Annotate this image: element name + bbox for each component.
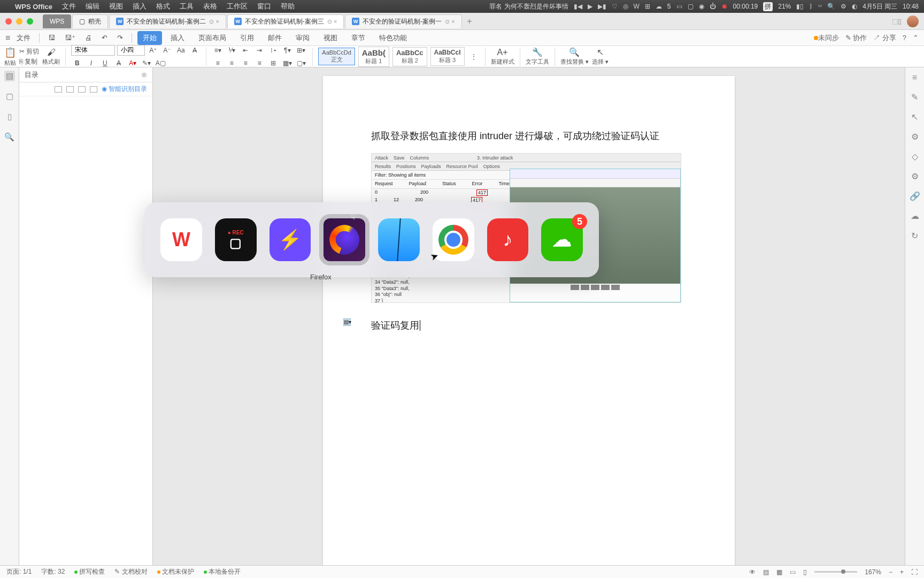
menu-help[interactable]: 帮助: [281, 2, 295, 11]
grow-font-icon[interactable]: A⁺: [147, 44, 159, 56]
help-icon[interactable]: ?: [903, 34, 906, 42]
redo-icon[interactable]: ↷: [114, 33, 126, 43]
zoom-value[interactable]: 167%: [865, 568, 881, 576]
bluetooth-icon[interactable]: ᛒ: [809, 3, 813, 10]
eye-icon[interactable]: 👁: [749, 568, 756, 576]
tab-close-icon[interactable]: ⊙ ×: [327, 18, 337, 25]
sidebar-bookmark-icon[interactable]: ▯: [4, 111, 15, 122]
menu-insert[interactable]: 插入: [133, 2, 147, 11]
indent-left-icon[interactable]: ⇤: [240, 44, 251, 56]
right-gear-icon[interactable]: ⚙: [911, 171, 919, 181]
styles-more-icon[interactable]: ⋮: [468, 51, 480, 63]
hamburger-icon[interactable]: ≡: [5, 33, 10, 43]
control-center-icon[interactable]: ⚙: [841, 3, 846, 10]
menu-format[interactable]: 格式: [156, 2, 170, 11]
status-icon[interactable]: ◎: [623, 3, 628, 10]
word-count[interactable]: 字数: 32: [41, 567, 65, 576]
right-history-icon[interactable]: ↻: [911, 231, 918, 241]
save-icon[interactable]: 🖫: [45, 33, 58, 43]
tab-doc-1[interactable]: W不安全的验证码机制-案例二⊙ ×: [109, 14, 226, 28]
switcher-app-netease-music[interactable]: ♪: [487, 218, 529, 261]
menu-view[interactable]: 视图: [109, 2, 123, 11]
menu-tools[interactable]: 工具: [180, 2, 194, 11]
tab-close-icon[interactable]: ⊙ ×: [209, 18, 219, 25]
font-name-select[interactable]: [71, 45, 115, 56]
tray-icon[interactable]: ⊞: [645, 3, 650, 10]
save-as-icon[interactable]: 🖫⁺: [61, 33, 79, 43]
copy-button[interactable]: ⎘ 复制: [19, 57, 37, 66]
heart-icon[interactable]: ♡: [612, 3, 618, 10]
switcher-app-burp[interactable]: ⚡: [270, 218, 311, 261]
shrink-font-icon[interactable]: A⁻: [161, 44, 173, 56]
clear-format-icon[interactable]: A̶: [189, 44, 201, 56]
ribbon-tab-references[interactable]: 引用: [235, 31, 259, 45]
view-mode-1-icon[interactable]: ▤: [763, 568, 769, 576]
right-edit-icon[interactable]: ✎: [911, 92, 918, 102]
print-icon[interactable]: 🖨: [82, 33, 95, 43]
doc-proof[interactable]: ✎ 文档校对: [114, 567, 147, 576]
zoom-out-icon[interactable]: −: [889, 568, 892, 576]
right-link-icon[interactable]: 🔗: [910, 191, 920, 201]
ribbon-tab-review[interactable]: 审阅: [290, 31, 315, 45]
tray-icon-3[interactable]: ◉: [699, 3, 704, 10]
doc-protect[interactable]: 文档未保护: [157, 567, 194, 576]
tab-doc-3[interactable]: W不安全的验证码机制-案例一⊙ ×: [345, 14, 461, 28]
right-cloud-icon[interactable]: ☁: [911, 211, 919, 221]
battery-icon[interactable]: ▮▯: [796, 3, 804, 10]
input-method-icon[interactable]: 拼: [763, 2, 773, 11]
para-icon[interactable]: ¶▾: [281, 44, 293, 56]
file-menu[interactable]: 文件: [13, 32, 34, 44]
outline-close-icon[interactable]: ⊗: [141, 71, 147, 79]
ribbon-tab-home[interactable]: 开始: [137, 31, 162, 45]
wifi-icon[interactable]: ⌔: [818, 3, 822, 10]
close-window-button[interactable]: [5, 18, 12, 25]
outline-level-icon[interactable]: [66, 86, 74, 93]
record-icon[interactable]: ⏺: [721, 3, 728, 10]
spell-check[interactable]: 拼写检查: [74, 567, 105, 576]
ribbon-tab-mail[interactable]: 邮件: [263, 31, 287, 45]
sidebar-search-icon[interactable]: 🔍: [4, 132, 15, 142]
line-spacing-icon[interactable]: ⫶▾: [267, 44, 279, 56]
media-play-icon[interactable]: ▶: [588, 3, 592, 10]
new-style-button[interactable]: A+新建样式: [491, 48, 514, 66]
paste-group[interactable]: 📋 粘贴: [4, 47, 16, 67]
menu-file[interactable]: 文件: [62, 2, 76, 11]
ribbon-tab-chapter[interactable]: 章节: [346, 31, 371, 45]
format-brush[interactable]: 🖌 格式刷: [42, 48, 60, 66]
display-icon[interactable]: ▭: [676, 3, 682, 10]
user-avatar[interactable]: [907, 16, 919, 27]
style-body[interactable]: AaBbCcDd正文: [318, 48, 355, 65]
style-h3[interactable]: AaBbCcI标题 3: [430, 47, 465, 66]
style-h1[interactable]: AaBb(标题 1: [358, 47, 389, 67]
view-mode-4-icon[interactable]: ▯: [803, 568, 807, 576]
auto-outline-link[interactable]: ◉ 智能识别目录: [102, 85, 147, 94]
tab-close-icon[interactable]: ⊙ ×: [445, 18, 455, 25]
bullets-icon[interactable]: ≡▾: [212, 44, 224, 56]
switcher-app-chrome[interactable]: [433, 218, 474, 261]
menu-edit[interactable]: 编辑: [86, 2, 99, 11]
view-mode-2-icon[interactable]: ▦: [776, 568, 782, 576]
switcher-app-finder[interactable]: [378, 218, 420, 261]
zoom-window-button[interactable]: [27, 18, 33, 25]
right-settings-icon[interactable]: ⚙: [911, 132, 919, 142]
zoom-in-icon[interactable]: +: [900, 568, 904, 576]
text-tools-button[interactable]: 🔧文字工具: [526, 47, 549, 66]
find-replace-button[interactable]: 🔍查找替换 ▾: [560, 47, 589, 66]
collapse-ribbon-icon[interactable]: ⌃: [913, 34, 919, 42]
switcher-app-wps[interactable]: W: [160, 218, 202, 261]
outline-level-icon[interactable]: [90, 86, 97, 93]
outline-level-icon[interactable]: [55, 86, 62, 93]
reader-mode-icon[interactable]: ⬚▯: [892, 18, 902, 25]
indent-right-icon[interactable]: ⇥: [253, 44, 265, 56]
switcher-app-screen-recorder[interactable]: ● REC▢: [215, 218, 257, 261]
sidebar-clipboard-icon[interactable]: ▢: [4, 91, 15, 102]
style-h2[interactable]: AaBbCc标题 2: [392, 47, 427, 66]
tab-wps-home[interactable]: WPS: [43, 14, 71, 28]
menu-workspace[interactable]: 工作区: [227, 2, 248, 11]
tab-add-button[interactable]: +: [463, 17, 476, 26]
undo-icon[interactable]: ↶: [98, 33, 111, 43]
ribbon-tab-view[interactable]: 视图: [318, 31, 343, 45]
siri-icon[interactable]: ◐: [852, 3, 857, 10]
fullscreen-icon[interactable]: ⛶: [911, 568, 918, 576]
wechat-tray-icon[interactable]: ☁: [656, 3, 662, 10]
